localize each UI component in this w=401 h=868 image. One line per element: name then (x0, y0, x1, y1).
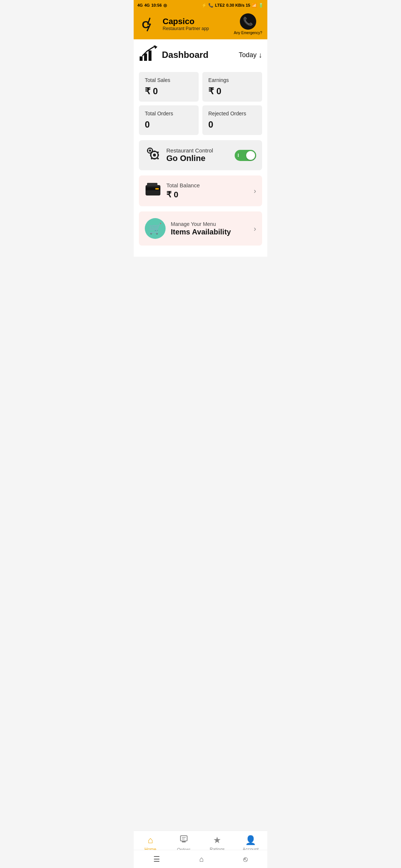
svg-rect-25 (147, 183, 157, 186)
total-sales-label: Total Sales (145, 77, 193, 83)
balance-card[interactable]: Total Balance ₹ 0 › (139, 175, 262, 206)
svg-rect-8 (154, 151, 156, 152)
header-left: C Capsico Restaurant Partner app (139, 14, 209, 34)
menu-value: Items Availability (171, 228, 248, 236)
balance-text: Total Balance ₹ 0 (166, 182, 248, 200)
svg-rect-19 (149, 152, 151, 154)
total-orders-value: 0 (145, 119, 193, 130)
gear-icon (145, 145, 161, 165)
status-time: 10:56 (151, 3, 162, 7)
menu-card[interactable]: 🛒 Manage Your Menu Items Availability › (139, 211, 262, 246)
emergency-phone-icon: 📞 (240, 13, 256, 30)
control-text: Restaurant Control Go Online (166, 147, 229, 163)
online-toggle[interactable]: I (235, 150, 256, 161)
status-left: 4G 4G 10:56 ◎ (137, 3, 167, 8)
signal-4g-1: 4G (137, 3, 143, 7)
svg-rect-3 (144, 53, 147, 61)
toggle-knob (246, 151, 255, 160)
svg-rect-2 (140, 56, 143, 61)
filter-arrow-icon: ↓ (258, 51, 262, 59)
svg-rect-10 (150, 154, 151, 156)
menu-text: Manage Your Menu Items Availability (171, 221, 248, 236)
svg-rect-11 (157, 154, 159, 156)
svg-point-7 (153, 154, 156, 157)
balance-chevron-right-icon: › (254, 187, 256, 195)
restaurant-control-card: Restaurant Control Go Online I (139, 140, 262, 170)
signal-4g-2: 4G (144, 3, 150, 7)
wallet-icon (145, 182, 161, 200)
balance-label: Total Balance (166, 182, 248, 188)
battery-icon: 🔋 (258, 3, 264, 8)
rejected-orders-card: Rejected Orders 0 (202, 105, 262, 135)
dashboard-chart-icon (139, 45, 157, 65)
total-orders-card: Total Orders 0 (139, 105, 199, 135)
lte-icon: LTE2 (215, 3, 225, 7)
menu-label: Manage Your Menu (171, 221, 248, 227)
status-right: ⚡ 📞 LTE2 0.30 KB/s 15 📶 🔋 (202, 3, 264, 8)
toggle-label: I (238, 153, 239, 158)
menu-trolley-icon: 🛒 (145, 218, 166, 239)
status-bar: 4G 4G 10:56 ◎ ⚡ 📞 LTE2 0.30 KB/s 15 📶 🔋 (134, 0, 267, 10)
total-sales-card: Total Sales ₹ 0 (139, 72, 199, 102)
total-sales-value: ₹ 0 (145, 86, 193, 96)
today-filter-button[interactable]: Today ↓ (239, 51, 262, 59)
app-header: C Capsico Restaurant Partner app 📞 Any E… (134, 10, 267, 39)
svg-point-17 (149, 149, 151, 152)
control-label: Restaurant Control (166, 147, 229, 154)
data-speed: 0.30 KB/s 15 (226, 3, 250, 7)
total-orders-label: Total Orders (145, 111, 193, 116)
app-subtitle: Restaurant Partner app (163, 26, 209, 31)
svg-rect-9 (154, 158, 156, 160)
earnings-card: Earnings ₹ 0 (202, 72, 262, 102)
balance-value: ₹ 0 (166, 190, 248, 200)
app-logo: C (139, 14, 159, 34)
main-content: Dashboard Today ↓ Total Sales ₹ 0 Earnin… (134, 39, 267, 257)
wifi-icon: 📶 (252, 3, 257, 8)
rejected-orders-value: 0 (208, 119, 256, 130)
svg-rect-21 (152, 150, 153, 151)
svg-rect-20 (147, 150, 148, 151)
emergency-label: Any Emergency? (234, 31, 262, 35)
svg-rect-18 (149, 148, 151, 149)
rejected-orders-label: Rejected Orders (208, 111, 256, 116)
app-name: Capsico (163, 17, 209, 26)
today-label: Today (239, 51, 257, 59)
dashboard-title: Dashboard (162, 50, 208, 60)
dashboard-header: Dashboard Today ↓ (139, 45, 262, 65)
control-value: Go Online (166, 154, 229, 163)
bluetooth-icon: ⚡ (202, 3, 207, 8)
toggle-switch[interactable]: I (235, 150, 256, 161)
earnings-label: Earnings (208, 77, 256, 83)
call-icon: 📞 (208, 3, 213, 8)
dashboard-left: Dashboard (139, 45, 208, 65)
earnings-value: ₹ 0 (208, 86, 256, 96)
svg-rect-4 (149, 50, 151, 61)
stats-grid: Total Sales ₹ 0 Earnings ₹ 0 Total Order… (139, 72, 262, 135)
menu-chevron-right-icon: › (254, 224, 256, 233)
location-icon: ◎ (163, 3, 167, 8)
app-title-wrap: Capsico Restaurant Partner app (163, 17, 209, 31)
svg-rect-24 (155, 188, 159, 190)
emergency-button[interactable]: 📞 Any Emergency? (234, 13, 262, 35)
